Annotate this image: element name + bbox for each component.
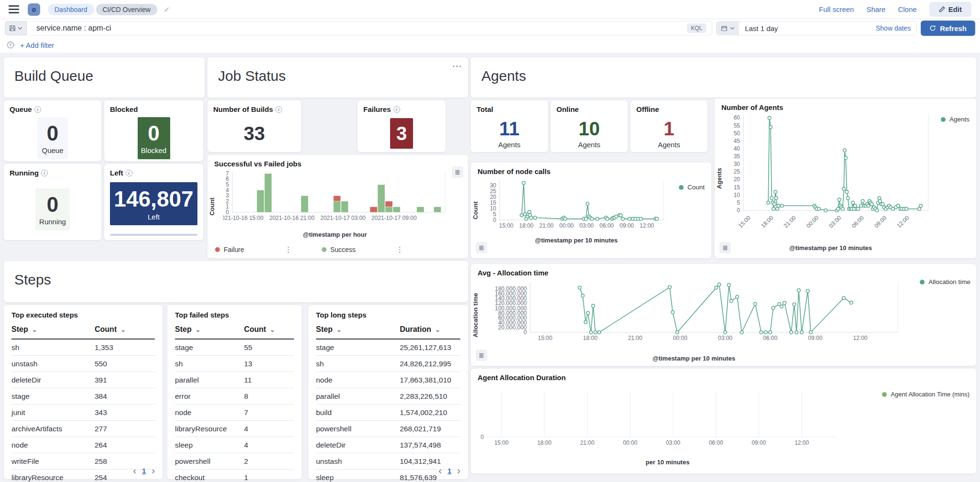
filter-options-icon[interactable]	[7, 41, 15, 49]
show-dates-link[interactable]: Show dates	[876, 24, 916, 32]
series-dot-icon	[920, 280, 925, 285]
column-header-count[interactable]: Count⌄	[95, 321, 155, 339]
legend-actions-icon[interactable]: ⋮	[396, 245, 403, 254]
svg-text:5: 5	[737, 199, 740, 206]
table-row: deleteDir391	[11, 372, 155, 388]
add-filter-link[interactable]: + Add filter	[20, 41, 54, 49]
panel-top-failed-steps: Top failed steps Step⌄Count⌄stage55sh13p…	[167, 305, 302, 479]
cell-step-name: writeFile	[11, 453, 95, 470]
page-number[interactable]: 1	[142, 467, 146, 475]
column-header-count[interactable]: Count⌄	[244, 321, 294, 339]
chart-legend[interactable]: Allocation time	[920, 278, 970, 285]
metric-title: Offline	[636, 105, 659, 113]
table-title: Top long steps	[308, 305, 468, 321]
query-language-badge[interactable]: KQL	[687, 23, 706, 33]
legend-item-success[interactable]: Success	[322, 246, 356, 253]
legend-item-failure[interactable]: Failure	[215, 246, 244, 253]
panel-metric-left: Lefti 146,807Left	[104, 164, 203, 240]
table-row: checkout1	[175, 470, 294, 482]
x-axis-label: per 10 minutes	[479, 459, 857, 466]
column-header-step[interactable]: Step⌄	[175, 321, 244, 339]
previous-page-icon[interactable]: ‹	[133, 466, 136, 475]
chart-legend[interactable]: Agent Allocation Time (mins)	[882, 391, 969, 398]
svg-text:21:00: 21:00	[628, 335, 642, 341]
chart-legend[interactable]: Agents	[941, 116, 969, 123]
chart-title: Number of Agents	[721, 103, 783, 111]
cell-value: 1	[244, 470, 294, 482]
metric-sublabel: Running	[39, 218, 66, 226]
info-icon[interactable]: i	[34, 106, 41, 113]
panel-options-icon[interactable]: ⋯	[452, 60, 462, 72]
chart-title: Avg - Allocation time	[478, 269, 548, 277]
table-row: sleep4	[175, 437, 294, 453]
cell-value: 391	[95, 372, 155, 388]
time-range-value[interactable]: Last 1 day	[739, 24, 876, 33]
chart-legend[interactable]: Count	[679, 184, 705, 191]
svg-text:18:00: 18:00	[583, 335, 598, 341]
clone-link[interactable]: Clone	[898, 5, 916, 13]
share-link[interactable]: Share	[866, 5, 885, 13]
filter-row: + Add filter	[0, 37, 980, 53]
success-dot-icon	[322, 247, 327, 252]
space-avatar[interactable]: o	[28, 3, 40, 16]
info-icon[interactable]: i	[41, 170, 48, 176]
next-page-icon[interactable]: ›	[457, 466, 460, 475]
next-page-icon[interactable]: ›	[152, 466, 155, 475]
panel-top-long-steps: Top long steps Step⌄Duration⌄stage25,261…	[308, 305, 468, 479]
table-row: unstash550	[11, 356, 155, 372]
metric-sublabel: Queue	[42, 146, 63, 154]
failure-dot-icon	[215, 247, 220, 252]
query-text: service.name : apm-ci	[36, 24, 687, 33]
svg-text:15: 15	[734, 184, 740, 191]
edit-button[interactable]: Edit	[929, 2, 971, 17]
legend-toggle-icon[interactable]	[452, 166, 463, 178]
menu-icon[interactable]	[9, 5, 19, 13]
column-header-duration[interactable]: Duration⌄	[400, 321, 460, 339]
svg-text:55: 55	[734, 122, 740, 129]
cell-step-name: node	[11, 437, 95, 453]
svg-text:18:00: 18:00	[519, 222, 534, 229]
legend-actions-icon[interactable]: ⋮	[285, 245, 292, 254]
previous-page-icon[interactable]: ‹	[438, 466, 442, 475]
page-number[interactable]: 1	[447, 467, 451, 475]
chevron-down-icon	[18, 26, 22, 31]
svg-text:2021-10-17 03:00: 2021-10-17 03:00	[320, 215, 366, 221]
metric-value: 33	[244, 123, 265, 144]
full-screen-link[interactable]: Full screen	[819, 5, 854, 13]
pencil-icon	[939, 6, 945, 12]
cell-step-name: parallel	[175, 372, 244, 388]
info-icon[interactable]: i	[126, 170, 132, 176]
svg-text:21:00: 21:00	[539, 222, 554, 229]
legend-toggle-icon[interactable]	[476, 350, 487, 361]
cell-step-name: unstash	[316, 453, 400, 470]
svg-text:35: 35	[734, 153, 740, 160]
table-row: archiveArtifacts277	[11, 421, 155, 437]
svg-text:2021-10-16 21:00: 2021-10-16 21:00	[269, 215, 315, 221]
breadcrumb-dashboard[interactable]: Dashboard	[48, 4, 94, 15]
table-title: Top failed steps	[167, 305, 302, 321]
metric-value: 11	[499, 118, 519, 140]
svg-text:50: 50	[734, 130, 740, 137]
legend-toggle-icon[interactable]	[476, 242, 487, 253]
column-header-step[interactable]: Step⌄	[11, 321, 95, 339]
cell-step-name: sh	[316, 356, 400, 372]
refresh-button[interactable]: Refresh	[921, 21, 975, 36]
sort-chevron-icon: ⌄	[435, 326, 440, 333]
calendar-menu-button[interactable]	[717, 22, 739, 35]
panel-metric-total-agents: Total 11Agents	[471, 100, 548, 152]
table-row: deleteDir137,574,498	[316, 437, 460, 453]
legend-toggle-icon[interactable]	[719, 242, 731, 253]
svg-text:20: 20	[734, 176, 740, 183]
saved-query-menu-button[interactable]	[5, 21, 27, 35]
info-icon[interactable]: i	[275, 106, 282, 113]
info-icon[interactable]: i	[393, 106, 400, 113]
column-header-step[interactable]: Step⌄	[316, 321, 400, 339]
kql-query-input[interactable]: service.name : apm-ci KQL	[31, 21, 712, 35]
query-bar: service.name : apm-ci KQL Last 1 day Sho…	[0, 19, 980, 37]
cell-step-name: libraryResource	[11, 470, 95, 482]
cell-step-name: archiveArtifacts	[11, 421, 95, 437]
line-chart-plot: 015:0018:0021:0000:0003:0006:0009:0012:0…	[479, 388, 857, 449]
table-row: stage384	[11, 388, 155, 405]
panel-build-queue-title: Build Queue	[4, 57, 205, 98]
sort-chevron-icon: ⌄	[337, 326, 342, 333]
